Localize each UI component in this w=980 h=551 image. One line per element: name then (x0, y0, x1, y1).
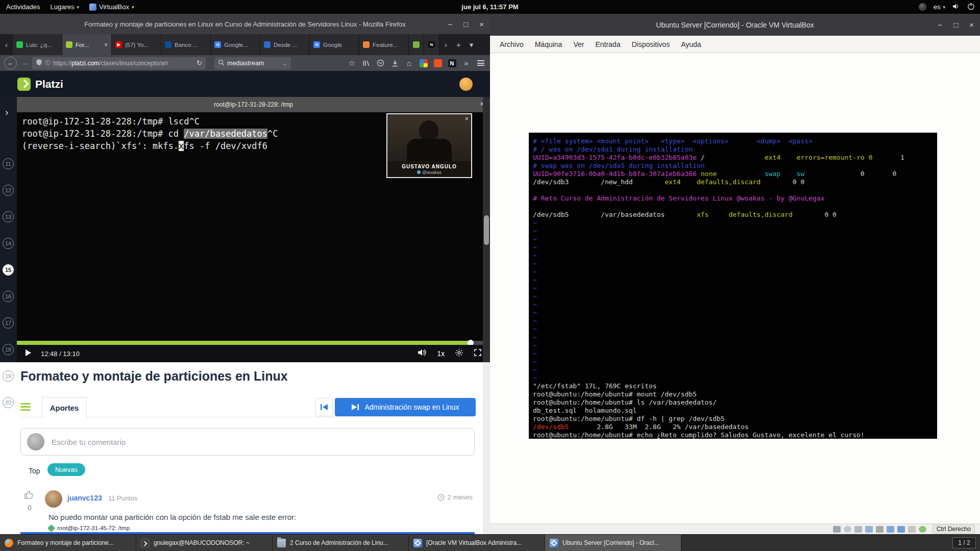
lesson-number-12[interactable]: 12 (3, 185, 14, 196)
workspace-indicator[interactable]: 1 / 2 (952, 537, 976, 548)
lesson-number-16[interactable]: 16 (3, 291, 14, 302)
browser-tab[interactable] (409, 34, 424, 55)
browser-tab[interactable]: GGoogle... (211, 34, 260, 55)
browser-tab[interactable]: ▶(57) Yo... (112, 34, 161, 55)
lesson-number-15[interactable]: 15 (3, 264, 14, 276)
maximize-icon[interactable]: □ (953, 21, 958, 29)
video-player[interactable]: root@ip-172-31-28-228:/tmp# lscd^Croot@i… (17, 112, 490, 341)
search-bar[interactable]: mediastream → (214, 57, 291, 69)
browser-tab[interactable]: Feature... (359, 34, 409, 55)
close-icon[interactable]: × (479, 20, 484, 28)
minimize-icon[interactable]: − (938, 21, 942, 29)
menu-icon[interactable] (475, 59, 486, 67)
menu-entrada[interactable]: Entrada (590, 36, 626, 53)
filter-nuevas[interactable]: Nuevas (47, 463, 85, 476)
download-icon[interactable] (389, 60, 400, 67)
lesson-number-19[interactable]: 19 (3, 370, 14, 382)
tab-close-icon[interactable]: × (104, 41, 108, 48)
display-icon[interactable] (897, 526, 905, 533)
shield-icon[interactable] (36, 59, 42, 68)
browser-tab[interactable]: GGoogle (310, 34, 359, 55)
playback-speed[interactable]: 1x (437, 349, 445, 358)
bookmark-star-icon[interactable]: ☆ (347, 59, 357, 68)
keyboard-layout[interactable]: es▾ (934, 3, 945, 11)
taskbar-item[interactable]: 2 Curso de Administración de Linu... (273, 535, 409, 551)
forward-button[interactable]: → (20, 59, 29, 67)
taskbar-item[interactable]: gnulegax@NABUCODONOSOR: ~ (136, 535, 273, 551)
video-progress-bar[interactable] (17, 341, 490, 345)
reload-icon[interactable]: ↻ (197, 59, 202, 67)
comment-input[interactable]: Escribe tu comentario (20, 428, 475, 456)
tab-aportes[interactable]: Aportes (42, 397, 87, 418)
browser-tab[interactable]: Luis: ¿q... (13, 34, 62, 55)
taskbar-item[interactable]: Formateo y montaje de particione... (0, 535, 136, 551)
user-avatar[interactable] (459, 78, 473, 91)
url-bar[interactable]: ⓘ https://platzi.com/clases/linux/concep… (32, 57, 206, 69)
filter-top[interactable]: Top (29, 467, 40, 475)
library-icon[interactable] (361, 60, 372, 67)
maximize-icon[interactable]: □ (463, 20, 468, 28)
overflow-icon[interactable]: » (461, 59, 472, 67)
power-icon[interactable] (967, 3, 975, 12)
scrollbar-track[interactable] (483, 362, 490, 534)
scrollbar-thumb[interactable] (484, 215, 489, 245)
next-lesson-button[interactable]: Administración swap en Linux (335, 398, 476, 416)
usb-icon[interactable] (876, 526, 884, 533)
lesson-number-20[interactable]: 20 (3, 397, 14, 408)
indicator-icon[interactable] (919, 3, 926, 11)
fullscreen-icon[interactable] (474, 348, 482, 359)
clock[interactable]: jue jul 6, 11:57 PM (461, 3, 518, 11)
extension-icon-orange[interactable] (432, 59, 443, 67)
comment-attachment[interactable]: root@ip-172-31-45-72: /tmp (48, 525, 130, 531)
recording-icon[interactable] (908, 526, 916, 533)
menu-ver[interactable]: Ver (568, 36, 590, 53)
search-go-icon[interactable]: → (281, 60, 287, 67)
menu-máquina[interactable]: Máquina (529, 36, 568, 53)
pocket-icon[interactable] (375, 59, 386, 67)
places-menu[interactable]: Lugares▾ (50, 3, 79, 11)
app-menu-virtualbox[interactable]: VirtualBox▾ (89, 3, 134, 11)
search-value[interactable]: mediastream (227, 60, 279, 67)
volume-icon[interactable] (418, 348, 427, 359)
menu-archivo[interactable]: Archivo (494, 36, 529, 53)
previous-lesson-button[interactable] (315, 398, 333, 416)
hdd-icon[interactable] (833, 526, 841, 533)
upvote-button[interactable] (23, 489, 35, 502)
course-menu-icon[interactable] (20, 402, 31, 412)
settings-gear-icon[interactable] (455, 348, 463, 359)
lesson-number-11[interactable]: 11 (3, 158, 14, 169)
extension-icon-n[interactable]: N (447, 59, 457, 67)
mouse-icon[interactable] (919, 526, 926, 533)
optical-disc-icon[interactable] (844, 526, 851, 533)
play-button[interactable] (25, 349, 32, 359)
network-icon[interactable] (865, 526, 873, 533)
taskbar-item[interactable]: Ubuntu Server [Corriendo] - Oracl... (545, 535, 681, 551)
shared-folders-icon[interactable] (887, 526, 894, 533)
browser-tab[interactable]: N (424, 34, 439, 55)
home-icon[interactable]: ⌂ (404, 59, 414, 67)
firefox-titlebar[interactable]: Formateo y montaje de particiones en Lin… (0, 14, 490, 34)
all-tabs-icon[interactable]: ▾ (465, 34, 478, 55)
taskbar-item[interactable]: [Oracle VM VirtualBox Administra... (409, 535, 545, 551)
menu-dispositivos[interactable]: Dispositivos (626, 36, 675, 53)
browser-tab[interactable]: For...× (62, 34, 112, 55)
menu-ayuda[interactable]: Ayuda (675, 36, 706, 53)
tab-scroll-right-icon[interactable]: › (439, 34, 452, 55)
browser-tab[interactable]: Banco ... (161, 34, 211, 55)
browser-tab[interactable]: Desde ... (260, 34, 310, 55)
activities-button[interactable]: Actividades (6, 3, 40, 11)
lesson-number-13[interactable]: 13 (3, 211, 14, 222)
tab-scroll-left-icon[interactable]: ‹ (0, 34, 13, 55)
platzi-logo[interactable]: Platzi (17, 78, 63, 91)
lesson-number-18[interactable]: 18 (3, 344, 14, 355)
vm-screen[interactable]: # <file system> <mount point> <type> <op… (529, 133, 937, 439)
back-button[interactable]: ← (4, 57, 17, 69)
minimize-icon[interactable]: − (448, 20, 452, 28)
lesson-number-14[interactable]: 14 (3, 238, 14, 249)
audio-icon[interactable] (854, 526, 862, 533)
lesson-number-17[interactable]: 17 (3, 317, 14, 329)
new-tab-icon[interactable]: + (452, 34, 465, 55)
info-icon[interactable]: ⓘ (45, 59, 51, 67)
extension-icon-colorful[interactable] (418, 59, 429, 67)
commenter-name[interactable]: juanvc123 (67, 494, 102, 502)
